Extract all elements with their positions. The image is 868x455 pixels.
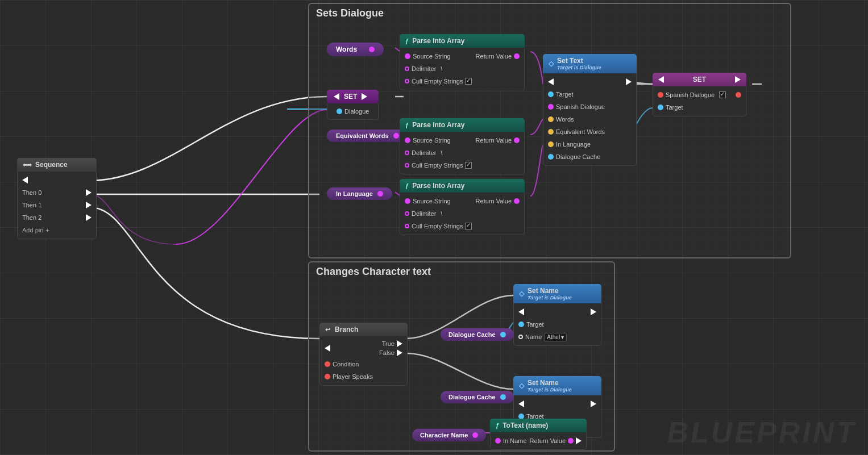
dialogue-in-pin [337, 108, 342, 114]
set-right-node: SET Spanish Dialogue Target [653, 73, 746, 116]
sn1-target-label: Target [526, 321, 544, 328]
parse3-source-label: Source String [413, 198, 451, 204]
branch-exec-in [325, 345, 330, 352]
in-language-node: In Language [327, 187, 392, 200]
parse-array-2-body: Source String Return Value Delimiter \ C… [400, 132, 525, 174]
parse3-cull-checkbox[interactable] [465, 223, 472, 229]
set-name-1-body: Target Name Athel ▾ [513, 303, 601, 346]
parse1-cull-checkbox[interactable] [465, 78, 472, 85]
parse3-cull-label: Cull Empty Strings [412, 223, 463, 229]
parse3-delim-pin [405, 211, 409, 216]
equiv-words-node: Equivalent Words [327, 130, 408, 142]
parse2-return-out [514, 137, 520, 143]
branch-false-pin [397, 349, 402, 356]
dialogue-cache-1-label: Dialogue Cache [448, 331, 496, 338]
set-name-2-title: Set Name [528, 379, 572, 387]
set-name-1-title: Set Name [528, 287, 572, 295]
dialogue-cache-2-label: Dialogue Cache [448, 394, 496, 400]
parse-array-2-node: ƒ Parse Into Array Source String Return … [400, 118, 525, 174]
equiv-words-label: Equivalent Words [336, 132, 389, 139]
set-text-exec-row [543, 76, 636, 88]
branch-false-label: False [379, 349, 394, 356]
parse-array-3-node: ƒ Parse Into Array Source String Return … [400, 179, 525, 235]
parse2-cull-checkbox[interactable] [465, 162, 472, 169]
set-text-cache-row: Dialogue Cache [543, 151, 636, 163]
branch-body: True False Condition Player Speaks [319, 336, 408, 386]
set-text-title: Set Text [557, 57, 601, 65]
parse-array-1-node: ƒ Parse Into Array Source String Return … [400, 34, 525, 90]
words-node: Words [327, 43, 384, 56]
to-text-title: ToText (name) [502, 421, 548, 429]
parse3-source-row: Source String Return Value [400, 195, 524, 207]
parse1-cull-row: Cull Empty Strings [400, 75, 524, 87]
to-text-exec-out [576, 437, 582, 444]
then2-pin [86, 214, 92, 221]
parse1-return-label: Return Value [476, 53, 512, 60]
set-text-subtitle: Target is Dialogue [557, 65, 601, 70]
add-pin-icon[interactable]: + [45, 227, 49, 233]
parse2-delim-pin [405, 151, 409, 155]
branch-node: ↩ Branch True False Condition Player Spe [319, 323, 408, 386]
set-exec-in [334, 93, 339, 100]
parse3-return-label: Return Value [476, 198, 512, 204]
then1-label: Then 1 [22, 202, 41, 208]
parse1-source-label: Source String [413, 53, 451, 60]
parse-array-3-body: Source String Return Value Delimiter \ C… [400, 193, 525, 235]
set-text-equiv-label: Equivalent Words [556, 128, 605, 135]
sn1-athel-dropdown[interactable]: Athel ▾ [544, 333, 567, 341]
parse2-delim-val: \ [441, 150, 442, 156]
sn1-name-pin [518, 335, 523, 339]
set-right-target-pin [658, 105, 663, 110]
dialogue-pin-row: Dialogue [332, 105, 373, 118]
branch-true-pin [397, 340, 402, 347]
parse-array-2-header: ƒ Parse Into Array [400, 118, 525, 132]
set-right-spanish-checkbox[interactable] [719, 91, 726, 98]
sn2-exec-in [518, 400, 524, 407]
parse2-cull-pin [405, 163, 409, 168]
set-right-target-row: Target [653, 101, 746, 114]
set-text-target-row: Target [543, 88, 636, 101]
set-text-cache-label: Dialogue Cache [556, 153, 600, 160]
set-text-inlang-row: In Language [543, 138, 636, 151]
parse1-source-row: Source String Return Value [400, 50, 524, 62]
dialogue-cache-2-node: Dialogue Cache [441, 391, 514, 403]
sequence-body: Then 0 Then 1 Then 2 Add pin + [17, 172, 97, 239]
set-name-2-subtitle: Target is Dialogue [528, 387, 572, 393]
sequence-title: Sequence [35, 161, 68, 169]
sn2-exec-out [591, 400, 596, 407]
parse1-cull-pin [405, 79, 409, 84]
then0-pin [86, 189, 92, 196]
parse2-source-row: Source String Return Value [400, 134, 524, 147]
parse1-return-out [514, 53, 520, 59]
dialogue-cache-2-out [500, 394, 506, 400]
parse1-delim-val: \ [441, 66, 442, 72]
parse3-cull-pin [405, 224, 409, 228]
character-name-node: Character Name [412, 429, 486, 441]
branch-title: Branch [335, 325, 358, 333]
branch-true-label: True [382, 340, 394, 347]
parse3-source-in [405, 198, 410, 204]
to-text-header: ƒ ToText (name) [490, 419, 587, 432]
branch-player-label: Player Speaks [333, 373, 373, 380]
set-right-spanish-label: Spanish Dialogue [666, 91, 715, 98]
parse2-source-label: Source String [413, 137, 451, 144]
parse-array-1-title: Parse Into Array [412, 37, 464, 45]
parse3-delim-val: \ [441, 211, 442, 217]
to-text-body: In Name Return Value [490, 432, 587, 450]
add-pin-row[interactable]: Add pin + [18, 224, 96, 236]
parse2-cull-label: Cull Empty Strings [412, 162, 463, 169]
set-label: SET [344, 93, 357, 101]
set-right-exec-out [735, 76, 741, 83]
set-right-body: Spanish Dialogue Target [653, 86, 746, 116]
set-text-target-label: Target [556, 91, 574, 98]
set-text-exec-out [626, 78, 632, 85]
diamond-icon-2: ◇ [519, 382, 524, 390]
to-text-pins-row: In Name Return Value [491, 435, 586, 447]
set-name-1-header: ◇ Set Name Target is Dialogue [513, 284, 601, 303]
sn1-target-pin [518, 322, 524, 327]
set-name-2-header: ◇ Set Name Target is Dialogue [513, 376, 601, 395]
dialogue-label: Dialogue [344, 108, 369, 115]
set-right-spanish-in [658, 92, 663, 98]
set-text-body: Target Spanish Dialogue Words Equivalent… [543, 73, 637, 166]
add-pin-label[interactable]: Add pin [22, 227, 43, 233]
